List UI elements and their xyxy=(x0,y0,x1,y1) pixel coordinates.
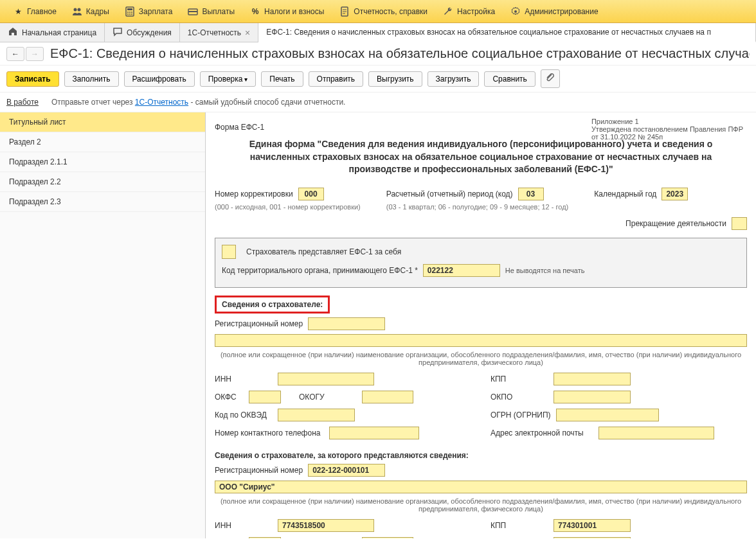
menu-label: Выплаты xyxy=(202,7,235,16)
sidebar-item-subsection22[interactable]: Подраздел 2.2 xyxy=(0,172,205,192)
paperclip-icon xyxy=(545,76,555,85)
tab-efs1[interactable]: ЕФС-1: Сведения о начисленных страховых … xyxy=(258,23,756,42)
period-input[interactable]: 03 xyxy=(518,188,544,200)
cease-input[interactable] xyxy=(732,217,747,230)
terr-label: Код территориального органа, принимающег… xyxy=(222,266,418,275)
sections-sidebar: Титульный лист Раздел 2 Подраздел 2.1.1 … xyxy=(0,112,206,538)
main-menubar: ★ Главное Кадры Зарплата Выплаты % Налог… xyxy=(0,0,756,23)
menu-label: Администрирование xyxy=(525,7,598,16)
status-hint: Отправьте отчет через 1С-Отчетность - са… xyxy=(51,98,345,107)
status-link[interactable]: 1С-Отчетность xyxy=(135,98,188,107)
okpo1-input[interactable] xyxy=(554,391,631,403)
okfs2-input[interactable] xyxy=(249,537,281,538)
menu-personnel[interactable]: Кадры xyxy=(64,0,117,22)
okogu2-input[interactable] xyxy=(362,537,413,538)
svg-point-6 xyxy=(131,12,132,13)
form-content: Приложение 1 Утверждена постановлением П… xyxy=(206,112,756,538)
noprint-hint: Не выводятся на печать xyxy=(505,267,585,274)
svg-rect-11 xyxy=(188,11,197,12)
reg-label: Регистрационный номер xyxy=(215,319,303,328)
sidebar-item-title-page[interactable]: Титульный лист xyxy=(0,112,205,132)
menu-label: Кадры xyxy=(86,7,109,16)
okpo-label: ОКПО xyxy=(491,393,548,402)
nav-arrows: ← → xyxy=(6,47,44,61)
name-hint2: (полное или сокращенное (при наличии) на… xyxy=(215,497,747,513)
phone1-input[interactable] xyxy=(329,427,419,439)
tab-discuss[interactable]: Обсуждения xyxy=(105,23,180,42)
menu-label: Настройка xyxy=(457,7,495,16)
year-input[interactable]: 2023 xyxy=(662,188,688,200)
svg-point-4 xyxy=(127,12,129,13)
sidebar-item-subsection211[interactable]: Подраздел 2.1.1 xyxy=(0,152,205,172)
chat-icon xyxy=(113,26,123,39)
menu-settings[interactable]: Настройка xyxy=(435,0,503,22)
send-button[interactable]: Отправить xyxy=(309,71,364,87)
percent-icon: % xyxy=(250,6,260,17)
tab-home[interactable]: Начальная страница xyxy=(0,23,105,42)
self-checkbox[interactable] xyxy=(222,245,236,259)
terr-input[interactable]: 022122 xyxy=(423,264,500,277)
inn2-input[interactable]: 7743518500 xyxy=(278,519,374,532)
kpp-label: КПП xyxy=(491,375,548,384)
star-icon: ★ xyxy=(13,6,23,17)
menu-admin[interactable]: Администрирование xyxy=(503,0,606,22)
org2-input[interactable]: ООО "Сириус" xyxy=(215,481,747,493)
reg1-input[interactable] xyxy=(308,317,385,330)
tab-1c-report[interactable]: 1С-Отчетность × xyxy=(180,23,258,42)
tab-label: ЕФС-1: Сведения о начисленных страховых … xyxy=(266,28,711,37)
ogrn-label: ОГРН (ОГРНИП) xyxy=(491,411,551,420)
menu-reports[interactable]: Отчетность, справки xyxy=(332,0,435,22)
menu-label: Зарплата xyxy=(139,7,173,16)
export-button[interactable]: Выгрузить xyxy=(368,71,422,87)
menu-salary[interactable]: Зарплата xyxy=(117,0,181,22)
corr-input[interactable]: 000 xyxy=(298,188,324,200)
save-button[interactable]: Записать xyxy=(6,71,59,87)
close-icon[interactable]: × xyxy=(245,28,250,38)
sidebar-item-section2[interactable]: Раздел 2 xyxy=(0,132,205,152)
fill-button[interactable]: Заполнить xyxy=(64,71,119,87)
inn-label: ИНН xyxy=(215,375,273,384)
import-button[interactable]: Загрузить xyxy=(428,71,480,87)
wrench-icon xyxy=(443,6,453,17)
kpp1-input[interactable] xyxy=(554,373,631,385)
menu-main[interactable]: ★ Главное xyxy=(5,0,64,22)
form-title: Единая форма "Сведения для ведения индив… xyxy=(240,138,721,176)
menu-label: Отчетность, справки xyxy=(354,7,428,16)
compare-button[interactable]: Сравнить xyxy=(484,71,535,87)
nav-back-button[interactable]: ← xyxy=(6,47,24,61)
svg-point-8 xyxy=(129,13,130,15)
print-button[interactable]: Печать xyxy=(261,71,303,87)
reg2-input[interactable]: 022-122-000101 xyxy=(308,464,385,477)
decode-button[interactable]: Расшифровать xyxy=(124,71,195,87)
status-label[interactable]: В работе xyxy=(6,98,39,107)
email-label: Адрес электронной почты xyxy=(491,429,593,437)
name-hint: (полное или сокращенное (при наличии) на… xyxy=(215,351,747,366)
nav-row: ← → ЕФС-1: Сведения о начисленных страхо… xyxy=(0,42,756,66)
self-label: Страхователь представляет ЕФС-1 за себя xyxy=(246,247,401,256)
menu-payments[interactable]: Выплаты xyxy=(180,0,242,22)
okogu1-input[interactable] xyxy=(362,391,413,403)
sidebar-item-subsection23[interactable]: Подраздел 2.3 xyxy=(0,192,205,212)
corr-hint: (000 - исходная, 001 - номер корректиров… xyxy=(215,203,361,211)
email1-input[interactable] xyxy=(598,427,714,439)
inn1-input[interactable] xyxy=(278,373,374,385)
period-hint: (03 - 1 квартал; 06 - полугодие; 09 - 9 … xyxy=(386,203,568,211)
okfs1-input[interactable] xyxy=(249,391,281,403)
menu-taxes[interactable]: % Налоги и взносы xyxy=(242,0,332,22)
page-title: ЕФС-1: Сведения о начисленных страховых … xyxy=(50,46,750,61)
svg-point-9 xyxy=(131,13,132,15)
approval-block: Приложение 1 Утверждена постановлением П… xyxy=(591,118,743,141)
svg-point-16 xyxy=(514,10,517,13)
attach-button[interactable] xyxy=(541,69,560,88)
okfs-label: ОКФС xyxy=(215,393,244,402)
ogrn1-input[interactable] xyxy=(556,409,659,421)
toolbar: Записать Заполнить Расшифровать Проверка… xyxy=(0,66,756,93)
kpp2-input[interactable]: 774301001 xyxy=(554,519,631,532)
okved1-input[interactable] xyxy=(278,409,355,421)
cease-label: Прекращение деятельности xyxy=(626,219,726,228)
check-button[interactable]: Проверка xyxy=(200,71,256,87)
okpo2-input[interactable]: 09808117 xyxy=(554,537,631,538)
nav-forward-button[interactable]: → xyxy=(26,47,44,61)
svg-rect-3 xyxy=(127,8,132,10)
org1-input[interactable] xyxy=(215,334,747,347)
